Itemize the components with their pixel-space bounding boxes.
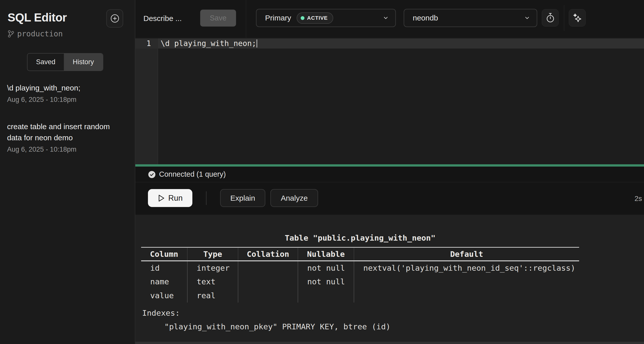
new-query-button[interactable] <box>106 9 123 28</box>
cell: nextval('playing_with_neon_id_seq'::regc… <box>354 261 579 275</box>
history-list: \d playing_with_neon; Aug 6, 2025 - 10:1… <box>7 82 122 154</box>
line-number: 1 <box>135 38 158 49</box>
cell <box>298 289 354 303</box>
active-dot-icon <box>301 16 304 20</box>
ai-assist-button[interactable] <box>569 9 586 27</box>
active-badge: ACTIVE <box>297 12 333 24</box>
editor-topbar: Describe ... Save Primary ACTIVE neondb <box>135 0 644 38</box>
save-button[interactable]: Save <box>200 10 236 27</box>
code-text: \d playing_with_neon; <box>161 39 256 48</box>
run-label: Run <box>168 194 183 203</box>
history-item-timestamp: Aug 6, 2025 - 10:18pm <box>7 95 122 104</box>
branch-selector[interactable]: Primary ACTIVE <box>256 9 396 27</box>
topbar-divider <box>564 5 564 31</box>
cell: value <box>141 289 187 303</box>
col-header: Column <box>141 247 187 261</box>
cell: integer <box>187 261 238 275</box>
branch-selector-value: Primary <box>265 14 291 22</box>
history-item-title: create table and insert random data for … <box>7 121 122 143</box>
horizontal-scrollbar[interactable] <box>135 342 644 344</box>
chevron-down-icon <box>382 14 389 21</box>
result-table: Column Type Collation Nullable Default i… <box>141 247 579 303</box>
table-row: name text not null <box>141 275 579 289</box>
cell: not null <box>298 275 354 289</box>
analyze-button[interactable]: Analyze <box>270 189 318 207</box>
chevron-down-icon <box>524 14 531 21</box>
cell: name <box>141 275 187 289</box>
table-row: value real <box>141 289 579 303</box>
indexes-section: Indexes: "playing_with_neon_pkey" PRIMAR… <box>142 308 391 332</box>
plus-circle-icon <box>110 13 120 24</box>
query-toolbar: Run Explain Analyze 2s <box>135 182 644 215</box>
pane-resize-divider[interactable] <box>135 164 644 167</box>
run-button[interactable]: Run <box>148 189 192 207</box>
explain-button[interactable]: Explain <box>220 189 265 207</box>
cell: real <box>187 289 238 303</box>
history-item-timestamp: Aug 6, 2025 - 10:18pm <box>7 145 122 154</box>
toolbar-divider <box>206 191 207 205</box>
connection-status-text: Connected (1 query) <box>159 170 226 178</box>
cell <box>238 275 298 289</box>
saved-history-tabs: Saved History <box>27 53 103 71</box>
stopwatch-icon <box>546 13 555 23</box>
active-badge-label: ACTIVE <box>307 15 328 21</box>
git-branch-icon <box>8 30 14 38</box>
query-title: Describe ... <box>143 14 182 23</box>
result-table-title: Table "public.playing_with_neon" <box>141 233 579 242</box>
connection-status-bar: Connected (1 query) <box>135 167 644 182</box>
sparkles-icon <box>572 13 583 23</box>
query-duration: 2s <box>634 182 642 215</box>
col-header: Nullable <box>298 247 354 261</box>
database-selector[interactable]: neondb <box>404 9 537 27</box>
col-header: Collation <box>238 247 298 261</box>
code-line: \d playing_with_neon; <box>161 38 257 49</box>
cell <box>238 261 298 275</box>
cell <box>354 275 579 289</box>
cell <box>238 289 298 303</box>
indexes-label: Indexes: <box>142 308 391 318</box>
cell: not null <box>298 261 354 275</box>
history-item[interactable]: create table and insert random data for … <box>7 121 122 154</box>
col-header: Type <box>187 247 238 261</box>
query-history-button[interactable] <box>542 9 559 27</box>
cell <box>354 289 579 303</box>
main-panel: Describe ... Save Primary ACTIVE neondb <box>135 0 644 344</box>
table-row: id integer not null nextval('playing_wit… <box>141 261 579 275</box>
topbar-divider <box>246 0 246 38</box>
sql-editor-area[interactable]: 1 \d playing_with_neon; <box>135 38 644 164</box>
branch-name: production <box>17 29 63 38</box>
cell: id <box>141 261 187 275</box>
play-icon <box>158 194 165 202</box>
branch-indicator: production <box>8 29 63 38</box>
sidebar: SQL Editor production Saved History \d p… <box>0 0 135 344</box>
cell: text <box>187 275 238 289</box>
history-item[interactable]: \d playing_with_neon; Aug 6, 2025 - 10:1… <box>7 82 122 104</box>
results-panel: Table "public.playing_with_neon" Column … <box>135 215 644 344</box>
line-number-gutter <box>135 38 158 164</box>
history-item-title: \d playing_with_neon; <box>7 82 122 94</box>
index-definition: "playing_with_neon_pkey" PRIMARY KEY, bt… <box>164 322 391 332</box>
col-header: Default <box>354 247 579 261</box>
tab-saved[interactable]: Saved <box>28 54 64 71</box>
text-cursor <box>256 39 257 48</box>
tab-history[interactable]: History <box>64 54 103 71</box>
check-circle-icon <box>148 171 156 178</box>
app-title: SQL Editor <box>8 11 67 24</box>
database-selector-value: neondb <box>413 14 438 22</box>
